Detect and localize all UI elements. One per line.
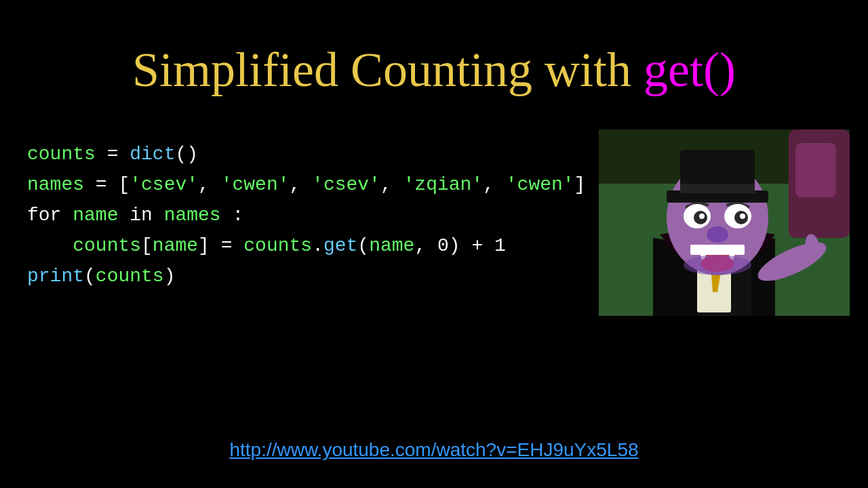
code-line-4: counts[name] = counts.get(name, 0) + 1	[27, 231, 585, 262]
svg-rect-15	[680, 184, 755, 193]
title-highlight: get()	[644, 43, 736, 97]
code-var-names: names	[27, 174, 84, 195]
code-line-1: counts = dict()	[27, 140, 585, 170]
code-func-dict: dict	[130, 144, 175, 165]
slide-title: Simplified Counting with get()	[0, 41, 868, 99]
count-von-count-image	[599, 129, 850, 316]
svg-point-22	[707, 226, 728, 243]
code-line-3: for name in names :	[27, 201, 585, 231]
content-area: counts = dict() names = ['csev', 'cwen',…	[0, 126, 868, 316]
code-line-2: names = ['csev', 'cwen', 'csev', 'zqian'…	[27, 170, 585, 201]
image-placeholder	[599, 129, 850, 316]
youtube-link[interactable]: http://www.youtube.com/watch?v=EHJ9uYx5L…	[229, 439, 638, 460]
svg-point-20	[699, 214, 705, 219]
title-main: Simplified Counting with	[132, 43, 644, 97]
svg-rect-23	[690, 245, 745, 255]
code-var-counts: counts	[27, 144, 96, 165]
link-area: http://www.youtube.com/watch?v=EHJ9uYx5L…	[0, 439, 868, 461]
code-block: counts = dict() names = ['csev', 'cwen',…	[27, 126, 585, 291]
code-line-5: print(counts)	[27, 262, 585, 292]
svg-rect-4	[795, 143, 836, 197]
svg-point-29	[684, 255, 751, 275]
title-area: Simplified Counting with get()	[0, 0, 868, 119]
slide: Simplified Counting with get() counts = …	[0, 0, 868, 488]
svg-point-21	[740, 214, 745, 219]
count-von-count-svg	[599, 129, 850, 316]
